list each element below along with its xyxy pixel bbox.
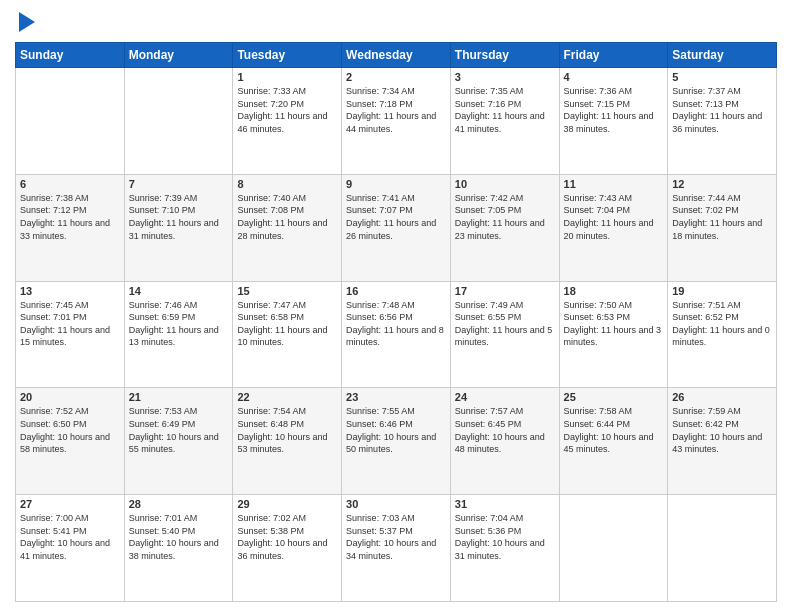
- day-number: 30: [346, 498, 446, 510]
- day-number: 6: [20, 178, 120, 190]
- page: SundayMondayTuesdayWednesdayThursdayFrid…: [0, 0, 792, 612]
- day-number: 26: [672, 391, 772, 403]
- day-number: 16: [346, 285, 446, 297]
- day-number: 21: [129, 391, 229, 403]
- day-cell: 6Sunrise: 7:38 AMSunset: 7:12 PMDaylight…: [16, 174, 125, 281]
- day-cell: 16Sunrise: 7:48 AMSunset: 6:56 PMDayligh…: [342, 281, 451, 388]
- day-cell: 13Sunrise: 7:45 AMSunset: 7:01 PMDayligh…: [16, 281, 125, 388]
- weekday-header-tuesday: Tuesday: [233, 43, 342, 68]
- day-info: Sunrise: 7:53 AMSunset: 6:49 PMDaylight:…: [129, 406, 219, 454]
- day-info: Sunrise: 7:38 AMSunset: 7:12 PMDaylight:…: [20, 193, 110, 241]
- weekday-header-saturday: Saturday: [668, 43, 777, 68]
- day-cell: 15Sunrise: 7:47 AMSunset: 6:58 PMDayligh…: [233, 281, 342, 388]
- day-info: Sunrise: 7:52 AMSunset: 6:50 PMDaylight:…: [20, 406, 110, 454]
- header: [15, 10, 777, 34]
- day-number: 29: [237, 498, 337, 510]
- day-number: 11: [564, 178, 664, 190]
- day-cell: 7Sunrise: 7:39 AMSunset: 7:10 PMDaylight…: [124, 174, 233, 281]
- day-number: 4: [564, 71, 664, 83]
- day-number: 17: [455, 285, 555, 297]
- day-number: 1: [237, 71, 337, 83]
- day-cell: 26Sunrise: 7:59 AMSunset: 6:42 PMDayligh…: [668, 388, 777, 495]
- day-cell: 10Sunrise: 7:42 AMSunset: 7:05 PMDayligh…: [450, 174, 559, 281]
- day-cell: 29Sunrise: 7:02 AMSunset: 5:38 PMDayligh…: [233, 495, 342, 602]
- day-info: Sunrise: 7:59 AMSunset: 6:42 PMDaylight:…: [672, 406, 762, 454]
- day-number: 25: [564, 391, 664, 403]
- logo: [15, 10, 37, 34]
- day-number: 20: [20, 391, 120, 403]
- day-cell: 25Sunrise: 7:58 AMSunset: 6:44 PMDayligh…: [559, 388, 668, 495]
- day-cell: 11Sunrise: 7:43 AMSunset: 7:04 PMDayligh…: [559, 174, 668, 281]
- day-number: 13: [20, 285, 120, 297]
- day-number: 28: [129, 498, 229, 510]
- day-info: Sunrise: 7:41 AMSunset: 7:07 PMDaylight:…: [346, 193, 436, 241]
- day-number: 10: [455, 178, 555, 190]
- day-cell: 18Sunrise: 7:50 AMSunset: 6:53 PMDayligh…: [559, 281, 668, 388]
- day-cell: [124, 68, 233, 175]
- logo-text: [15, 10, 37, 34]
- day-cell: 20Sunrise: 7:52 AMSunset: 6:50 PMDayligh…: [16, 388, 125, 495]
- day-info: Sunrise: 7:40 AMSunset: 7:08 PMDaylight:…: [237, 193, 327, 241]
- weekday-header-row: SundayMondayTuesdayWednesdayThursdayFrid…: [16, 43, 777, 68]
- day-info: Sunrise: 7:58 AMSunset: 6:44 PMDaylight:…: [564, 406, 654, 454]
- day-cell: 14Sunrise: 7:46 AMSunset: 6:59 PMDayligh…: [124, 281, 233, 388]
- day-info: Sunrise: 7:51 AMSunset: 6:52 PMDaylight:…: [672, 300, 770, 348]
- day-info: Sunrise: 7:44 AMSunset: 7:02 PMDaylight:…: [672, 193, 762, 241]
- week-row-4: 20Sunrise: 7:52 AMSunset: 6:50 PMDayligh…: [16, 388, 777, 495]
- day-cell: 28Sunrise: 7:01 AMSunset: 5:40 PMDayligh…: [124, 495, 233, 602]
- week-row-2: 6Sunrise: 7:38 AMSunset: 7:12 PMDaylight…: [16, 174, 777, 281]
- day-cell: 1Sunrise: 7:33 AMSunset: 7:20 PMDaylight…: [233, 68, 342, 175]
- day-number: 27: [20, 498, 120, 510]
- day-info: Sunrise: 7:49 AMSunset: 6:55 PMDaylight:…: [455, 300, 553, 348]
- day-info: Sunrise: 7:43 AMSunset: 7:04 PMDaylight:…: [564, 193, 654, 241]
- day-info: Sunrise: 7:00 AMSunset: 5:41 PMDaylight:…: [20, 513, 110, 561]
- day-cell: 9Sunrise: 7:41 AMSunset: 7:07 PMDaylight…: [342, 174, 451, 281]
- day-info: Sunrise: 7:47 AMSunset: 6:58 PMDaylight:…: [237, 300, 327, 348]
- day-info: Sunrise: 7:01 AMSunset: 5:40 PMDaylight:…: [129, 513, 219, 561]
- day-cell: 19Sunrise: 7:51 AMSunset: 6:52 PMDayligh…: [668, 281, 777, 388]
- day-number: 14: [129, 285, 229, 297]
- day-info: Sunrise: 7:57 AMSunset: 6:45 PMDaylight:…: [455, 406, 545, 454]
- day-info: Sunrise: 7:03 AMSunset: 5:37 PMDaylight:…: [346, 513, 436, 561]
- day-number: 18: [564, 285, 664, 297]
- day-number: 3: [455, 71, 555, 83]
- day-cell: 23Sunrise: 7:55 AMSunset: 6:46 PMDayligh…: [342, 388, 451, 495]
- day-number: 9: [346, 178, 446, 190]
- day-cell: 3Sunrise: 7:35 AMSunset: 7:16 PMDaylight…: [450, 68, 559, 175]
- week-row-1: 1Sunrise: 7:33 AMSunset: 7:20 PMDaylight…: [16, 68, 777, 175]
- svg-marker-0: [19, 12, 35, 32]
- day-cell: 30Sunrise: 7:03 AMSunset: 5:37 PMDayligh…: [342, 495, 451, 602]
- day-cell: 24Sunrise: 7:57 AMSunset: 6:45 PMDayligh…: [450, 388, 559, 495]
- day-cell: 21Sunrise: 7:53 AMSunset: 6:49 PMDayligh…: [124, 388, 233, 495]
- day-cell: 8Sunrise: 7:40 AMSunset: 7:08 PMDaylight…: [233, 174, 342, 281]
- day-cell: [16, 68, 125, 175]
- day-info: Sunrise: 7:55 AMSunset: 6:46 PMDaylight:…: [346, 406, 436, 454]
- day-number: 31: [455, 498, 555, 510]
- day-number: 24: [455, 391, 555, 403]
- day-number: 7: [129, 178, 229, 190]
- week-row-3: 13Sunrise: 7:45 AMSunset: 7:01 PMDayligh…: [16, 281, 777, 388]
- day-info: Sunrise: 7:34 AMSunset: 7:18 PMDaylight:…: [346, 86, 436, 134]
- day-number: 8: [237, 178, 337, 190]
- day-cell: 22Sunrise: 7:54 AMSunset: 6:48 PMDayligh…: [233, 388, 342, 495]
- day-info: Sunrise: 7:37 AMSunset: 7:13 PMDaylight:…: [672, 86, 762, 134]
- day-cell: 12Sunrise: 7:44 AMSunset: 7:02 PMDayligh…: [668, 174, 777, 281]
- day-info: Sunrise: 7:33 AMSunset: 7:20 PMDaylight:…: [237, 86, 327, 134]
- week-row-5: 27Sunrise: 7:00 AMSunset: 5:41 PMDayligh…: [16, 495, 777, 602]
- calendar-table: SundayMondayTuesdayWednesdayThursdayFrid…: [15, 42, 777, 602]
- day-cell: 5Sunrise: 7:37 AMSunset: 7:13 PMDaylight…: [668, 68, 777, 175]
- day-number: 23: [346, 391, 446, 403]
- day-number: 5: [672, 71, 772, 83]
- day-info: Sunrise: 7:48 AMSunset: 6:56 PMDaylight:…: [346, 300, 444, 348]
- day-cell: [668, 495, 777, 602]
- day-cell: 4Sunrise: 7:36 AMSunset: 7:15 PMDaylight…: [559, 68, 668, 175]
- day-number: 12: [672, 178, 772, 190]
- day-number: 15: [237, 285, 337, 297]
- day-number: 19: [672, 285, 772, 297]
- logo-icon: [17, 10, 37, 34]
- day-info: Sunrise: 7:02 AMSunset: 5:38 PMDaylight:…: [237, 513, 327, 561]
- day-cell: [559, 495, 668, 602]
- day-info: Sunrise: 7:04 AMSunset: 5:36 PMDaylight:…: [455, 513, 545, 561]
- day-info: Sunrise: 7:36 AMSunset: 7:15 PMDaylight:…: [564, 86, 654, 134]
- weekday-header-wednesday: Wednesday: [342, 43, 451, 68]
